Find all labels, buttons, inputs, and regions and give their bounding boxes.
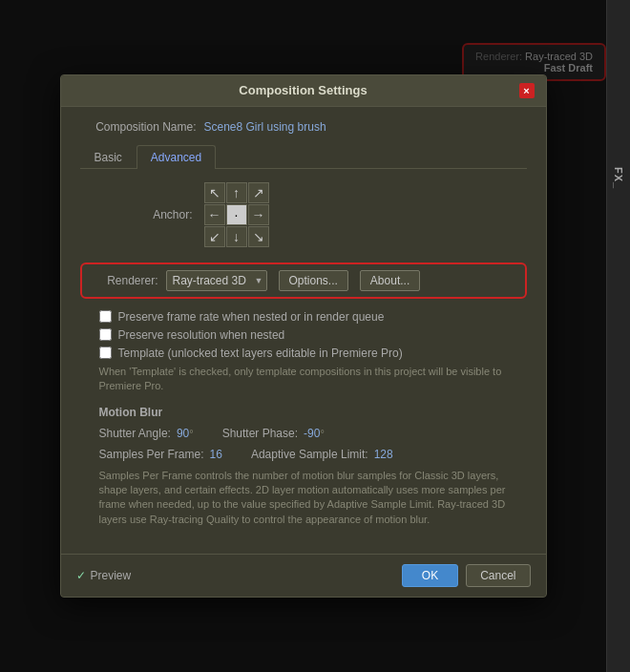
adaptive-sample-limit-label: Adaptive Sample Limit:: [251, 448, 368, 461]
checkbox-note: When 'Template' is checked, only templat…: [80, 365, 527, 394]
comp-name-label: Composition Name:: [80, 120, 204, 134]
shutter-phase-label: Shutter Phase:: [222, 427, 298, 440]
anchor-cell-se[interactable]: ↘: [248, 226, 269, 247]
renderer-row-label: Renderer:: [90, 274, 166, 287]
tab-basic[interactable]: Basic: [80, 145, 136, 169]
renderer-select-wrapper: Ray-traced 3DClassic 3DCINEMA 4D: [166, 270, 267, 291]
checkbox-resolution-label: Preserve resolution when nested: [118, 328, 285, 342]
checkbox-framerate-label: Preserve frame rate when nested or in re…: [118, 310, 385, 324]
checkbox-row-template: Template (unlocked text layers editable …: [80, 346, 527, 360]
comp-name-value: Scene8 Girl using brush: [204, 120, 326, 134]
motion-blur-header: Motion Blur: [80, 406, 527, 419]
footer-buttons: OK Cancel: [402, 564, 531, 587]
anchor-cell-ne[interactable]: ↗: [248, 182, 269, 203]
right-panel: FX_: [606, 0, 630, 672]
preview-checkmark: ✓: [76, 569, 86, 582]
checkbox-template-label: Template (unlocked text layers editable …: [118, 346, 403, 360]
shutter-angle-label: Shutter Angle:: [99, 427, 171, 440]
ok-button[interactable]: OK: [402, 564, 458, 587]
checkbox-section: Preserve frame rate when nested or in re…: [80, 310, 527, 394]
right-panel-label: FX_: [613, 167, 624, 189]
info-text: Samples Per Frame controls the number of…: [80, 469, 527, 528]
anchor-label: Anchor:: [80, 208, 204, 221]
spf-row: Samples Per Frame: 16 Adaptive Sample Li…: [80, 448, 527, 461]
composition-settings-dialog: Composition Settings × Composition Name:…: [60, 74, 547, 598]
checkbox-template[interactable]: [99, 346, 112, 359]
shutter-phase-value[interactable]: -90: [304, 427, 320, 440]
dialog-title: Composition Settings: [88, 83, 519, 97]
anchor-cell-center[interactable]: ·: [226, 204, 247, 225]
adaptive-sample-limit-value[interactable]: 128: [374, 448, 393, 461]
about-button[interactable]: About...: [360, 270, 420, 291]
shutter-angle-item: Shutter Angle: 90 °: [99, 427, 194, 440]
modal-overlay: Composition Settings × Composition Name:…: [0, 0, 606, 672]
tab-advanced[interactable]: Advanced: [136, 145, 216, 169]
anchor-cell-sw[interactable]: ↙: [204, 226, 225, 247]
renderer-row: Renderer: Ray-traced 3DClassic 3DCINEMA …: [80, 262, 527, 299]
dialog-footer: ✓ Preview OK Cancel: [61, 554, 546, 597]
cancel-button[interactable]: Cancel: [466, 564, 530, 587]
samples-per-frame-item: Samples Per Frame: 16: [99, 448, 222, 461]
dialog-title-bar: Composition Settings ×: [61, 75, 546, 107]
preview-check: ✓ Preview: [76, 569, 132, 582]
samples-per-frame-label: Samples Per Frame:: [99, 448, 204, 461]
comp-name-row: Composition Name: Scene8 Girl using brus…: [80, 120, 527, 134]
shutter-angle-value[interactable]: 90: [177, 427, 189, 440]
dialog-body: Composition Name: Scene8 Girl using brus…: [61, 107, 546, 554]
anchor-cell-n[interactable]: ↑: [226, 182, 247, 203]
anchor-cell-w[interactable]: ←: [204, 204, 225, 225]
anchor-cell-s[interactable]: ↓: [226, 226, 247, 247]
renderer-select[interactable]: Ray-traced 3DClassic 3DCINEMA 4D: [166, 270, 267, 291]
anchor-cell-nw[interactable]: ↖: [204, 182, 225, 203]
motion-blur-row: Shutter Angle: 90 ° Shutter Phase: -90 °: [80, 427, 527, 440]
options-button[interactable]: Options...: [279, 270, 348, 291]
anchor-grid: ↖ ↑ ↗ ← · → ↙ ↓ ↘: [204, 182, 269, 247]
checkbox-row-framerate: Preserve frame rate when nested or in re…: [80, 310, 527, 324]
shutter-phase-item: Shutter Phase: -90 °: [222, 427, 325, 440]
anchor-row: Anchor: ↖ ↑ ↗ ← · → ↙ ↓ ↘: [80, 182, 527, 247]
samples-per-frame-value[interactable]: 16: [210, 448, 222, 461]
checkbox-row-resolution: Preserve resolution when nested: [80, 328, 527, 342]
close-button[interactable]: ×: [519, 83, 535, 98]
preview-label: Preview: [91, 569, 132, 582]
adaptive-sample-limit-item: Adaptive Sample Limit: 128: [251, 448, 393, 461]
anchor-cell-e[interactable]: →: [248, 204, 269, 225]
tabs: Basic Advanced: [80, 145, 527, 169]
checkbox-framerate[interactable]: [99, 310, 112, 323]
shutter-phase-unit: °: [320, 428, 324, 439]
checkbox-resolution[interactable]: [99, 328, 112, 341]
shutter-angle-unit: °: [189, 428, 193, 439]
